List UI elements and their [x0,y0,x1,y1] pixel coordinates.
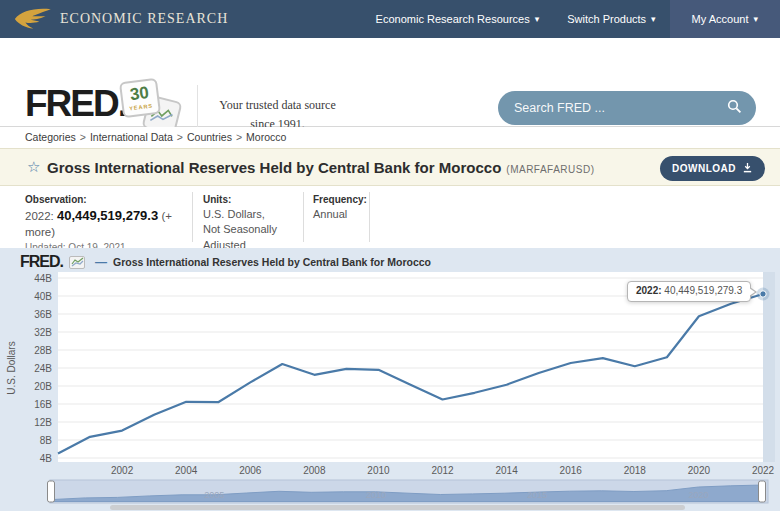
menu-switch-products[interactable]: Switch Products ▾ [553,0,669,38]
menu-my-account[interactable]: My Account ▾ [670,0,780,38]
mini-chart-icon [69,256,85,269]
series-ticker: (MARFAFARUSD) [506,164,594,175]
breadcrumb-countries[interactable]: Countries [187,131,232,143]
y-tick-label: 8B [40,435,53,446]
slider-handle-left[interactable] [48,481,55,502]
search-icon[interactable] [727,99,742,118]
x-axis: 2002200420062008201020122014201620182020… [111,465,775,476]
y-tick-label: 4B [40,453,53,464]
meta-divider [303,192,304,242]
x-tick-label: 2014 [496,465,519,476]
chart-section: FRED. — Gross International Reserves Hel… [0,248,780,511]
brand-title: ECONOMIC RESEARCH [60,11,228,27]
data-point-dot[interactable] [760,291,766,297]
breadcrumb: Categories>International Data>Countries>… [0,127,780,148]
plot-right-margin [763,272,775,462]
chart-legend: FRED. — Gross International Reserves Hel… [20,253,431,271]
x-tick-label: 2016 [560,465,583,476]
y-tick-label: 28B [34,345,52,356]
x-tick-label: 2012 [431,465,454,476]
slider-year-label: 2010 [366,490,386,500]
menu-economic-research-resources[interactable]: Economic Research Resources ▾ [362,0,554,38]
series-meta-row: Observation: 2022: 40,449,519,279.3 (+ m… [0,186,780,248]
breadcrumb-international-data[interactable]: International Data [90,131,173,143]
download-button[interactable]: DOWNLOAD [660,156,765,181]
series-title-bar: ☆ Gross International Reserves Held by C… [0,148,780,186]
breadcrumb-morocco[interactable]: Morocco [246,131,286,143]
30-years-badge: 30 YEARS [119,78,161,118]
topbar: ECONOMIC RESEARCH Economic Research Reso… [0,0,780,38]
legend-line-swatch: — [95,255,107,269]
x-tick-label: 2006 [239,465,262,476]
slider-handle-right[interactable] [759,481,766,502]
chevron-down-icon: ▾ [651,14,656,24]
chevron-down-icon: ▾ [535,14,540,24]
x-tick-label: 2022 [752,465,775,476]
units-block: Units: U.S. Dollars, Not Seasonally Adju… [203,194,295,253]
breadcrumb-categories[interactable]: Categories [25,131,76,143]
x-tick-label: 2020 [688,465,711,476]
range-slider[interactable]: 2005201020152020 [48,480,769,503]
y-tick-label: 20B [34,381,52,392]
y-tick-label: 12B [34,417,52,428]
slider-year-label: 2020 [688,490,708,500]
observation-value: 2022: 40,449,519,279.3 (+ more) [25,207,183,240]
slider-year-label: 2005 [204,490,224,500]
fed-eagle-icon [14,5,56,35]
y-tick-label: 44B [34,273,52,284]
x-tick-label: 2004 [175,465,198,476]
y-tick-label: 36B [34,309,52,320]
frequency-block: Frequency: Annual [313,194,361,222]
x-tick-label: 2018 [624,465,647,476]
y-axis-title: U.S. Dollars [6,341,17,394]
y-tick-label: 40B [34,291,52,302]
meta-divider [369,192,370,242]
search-input[interactable] [514,101,727,115]
fred-watermark: FRED. [20,253,63,271]
site-header: FRED. 30 YEARS ECONOMIC DATA| SINCE 1991… [0,38,780,127]
legend-series-label: Gross International Reserves Held by Cen… [113,256,431,268]
y-tick-label: 16B [34,399,52,410]
slider-year-label: 2015 [527,490,547,500]
x-tick-label: 2010 [367,465,390,476]
search-bar[interactable] [498,91,756,125]
horizontal-scrollbar[interactable] [110,505,685,510]
y-tick-label: 24B [34,363,52,374]
y-tick-label: 32B [34,327,52,338]
fred-series-page: ECONOMIC RESEARCH Economic Research Reso… [0,0,780,511]
meta-divider [192,192,193,242]
observation-block: Observation: 2022: 40,449,519,279.3 (+ m… [25,194,183,253]
favorite-star-icon[interactable]: ☆ [27,158,40,176]
download-icon [742,162,753,175]
chevron-down-icon: ▾ [753,14,758,24]
fred-logo[interactable]: FRED. [25,85,126,122]
x-tick-label: 2002 [111,465,134,476]
y-axis: 4B8B12B16B20B24B28B32B36B40B44B [34,273,52,464]
x-tick-label: 2008 [303,465,326,476]
data-point-tooltip: 2022: 40,449,519,279.3 [627,281,751,302]
page-title: Gross International Reserves Held by Cen… [47,159,594,176]
